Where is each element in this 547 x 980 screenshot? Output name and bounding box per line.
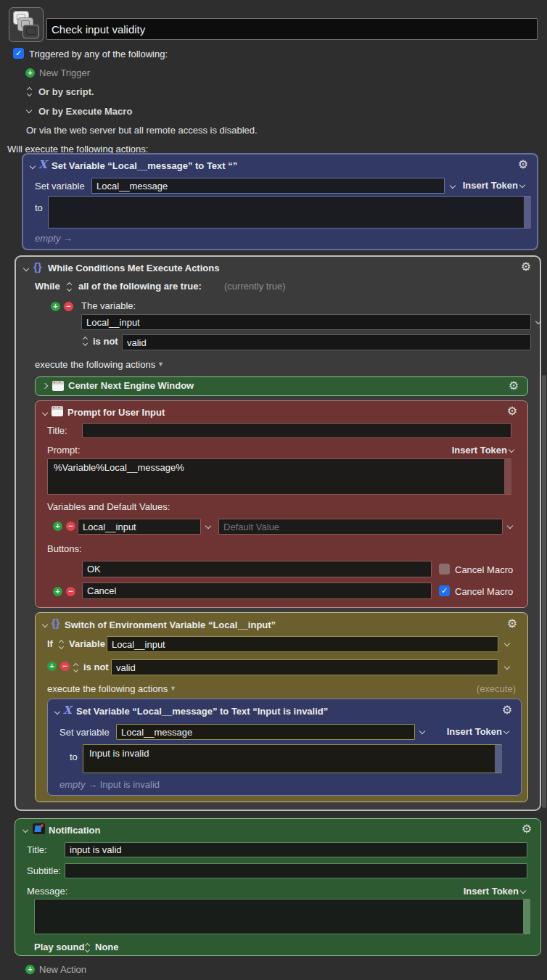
button1-input[interactable] bbox=[82, 561, 432, 577]
cancel-macro-label: Cancel Macro bbox=[455, 564, 513, 575]
prompt-text-textarea[interactable]: %Variable%Local__message% bbox=[47, 458, 511, 495]
variable-name-input[interactable] bbox=[91, 178, 445, 194]
case-value-input[interactable] bbox=[111, 659, 498, 675]
variable-value-textarea[interactable]: Input is invalid bbox=[83, 744, 502, 773]
chevron-down-icon[interactable] bbox=[205, 524, 212, 530]
cancel-macro-checkbox[interactable] bbox=[439, 564, 450, 575]
popup-arrows-icon[interactable] bbox=[85, 943, 91, 952]
add-condition-icon[interactable]: + bbox=[51, 302, 60, 311]
message-label: Message: bbox=[27, 886, 67, 897]
chevron-down-icon bbox=[507, 448, 516, 454]
chevron-down-icon[interactable] bbox=[535, 319, 542, 326]
trigger-or-by-execute-macro[interactable]: Or by Execute Macro bbox=[38, 106, 132, 117]
prompt-title-input[interactable] bbox=[82, 423, 511, 438]
to-label: to bbox=[35, 202, 43, 213]
triggered-checkbox[interactable]: ✓ bbox=[13, 48, 24, 59]
collapse-chevron-icon[interactable] bbox=[42, 411, 49, 417]
collapse-chevron-icon[interactable] bbox=[22, 828, 29, 834]
insert-token-button[interactable]: Insert Token bbox=[452, 445, 516, 456]
switch-variable-input[interactable] bbox=[107, 636, 498, 652]
arrow-right-icon: → bbox=[63, 233, 73, 244]
collapse-chevron-icon[interactable] bbox=[42, 622, 49, 629]
gear-icon[interactable]: ⚙ bbox=[521, 261, 531, 273]
execute-actions-label: execute the following actions bbox=[47, 683, 168, 694]
remove-case-icon[interactable]: − bbox=[60, 662, 70, 671]
operator-popup[interactable]: is not bbox=[93, 336, 118, 347]
remove-condition-icon[interactable]: − bbox=[64, 302, 73, 311]
subtitle-label: Subtitle: bbox=[27, 865, 61, 876]
prompt-variable-input[interactable] bbox=[78, 519, 201, 535]
textarea-scrollbar[interactable] bbox=[524, 197, 531, 228]
default-value-input[interactable] bbox=[218, 519, 503, 535]
add-button-icon[interactable]: + bbox=[53, 587, 62, 596]
chevron-down-icon[interactable] bbox=[504, 641, 511, 648]
insert-token-label: Insert Token bbox=[463, 180, 518, 191]
insert-token-button[interactable]: Insert Token bbox=[447, 726, 511, 737]
popup-arrows-icon[interactable] bbox=[67, 282, 73, 292]
chevron-down-icon[interactable] bbox=[450, 184, 456, 190]
variable-popup[interactable]: Variable bbox=[69, 638, 105, 649]
sound-popup[interactable]: None bbox=[95, 942, 119, 952]
variables-label: Variables and Default Values: bbox=[47, 501, 170, 512]
popup-arrows-icon[interactable] bbox=[59, 640, 65, 649]
gear-icon[interactable]: ⚙ bbox=[509, 380, 519, 392]
insert-token-button[interactable]: Insert Token bbox=[464, 886, 527, 897]
while-label: While bbox=[35, 281, 60, 292]
arrow-right-icon: → bbox=[88, 779, 97, 790]
popup-arrows-icon[interactable] bbox=[83, 337, 89, 346]
gear-icon[interactable]: ⚙ bbox=[502, 704, 512, 716]
operator-popup[interactable]: is not bbox=[83, 662, 109, 672]
action-set-variable-invalid: X Set Variable “Local__message” to Text … bbox=[47, 699, 522, 796]
new-action-label[interactable]: New Action bbox=[39, 964, 86, 975]
chevron-down-icon bbox=[518, 183, 527, 189]
chevron-down-icon[interactable] bbox=[504, 664, 511, 671]
remove-button-icon[interactable]: − bbox=[66, 587, 75, 596]
condition-label: The variable: bbox=[81, 300, 136, 311]
expand-chevron-icon[interactable] bbox=[43, 383, 49, 390]
add-case-icon[interactable]: + bbox=[47, 662, 57, 671]
collapse-chevron-icon[interactable] bbox=[54, 709, 61, 716]
notification-message-textarea[interactable] bbox=[34, 899, 530, 934]
chevron-down-icon[interactable] bbox=[507, 524, 514, 530]
disclosure-triangle-icon[interactable]: ▼ bbox=[157, 361, 164, 368]
new-trigger-label[interactable]: New Trigger bbox=[39, 67, 90, 78]
condition-value-input[interactable] bbox=[122, 334, 531, 350]
button2-input[interactable] bbox=[82, 582, 432, 599]
vertical-scrollbar[interactable] bbox=[542, 375, 546, 808]
window-icon bbox=[52, 406, 63, 416]
gear-icon[interactable]: ⚙ bbox=[522, 823, 532, 835]
collapse-chevron-icon[interactable] bbox=[23, 266, 30, 273]
control-flow-icon: {} bbox=[52, 617, 60, 628]
new-action-plus-icon[interactable]: + bbox=[25, 965, 35, 974]
add-variable-icon[interactable]: + bbox=[53, 522, 62, 531]
gear-icon[interactable]: ⚙ bbox=[518, 159, 528, 170]
condition-status: (currently true) bbox=[224, 281, 286, 292]
condition-mode-popup[interactable]: all of the following are true: bbox=[78, 281, 202, 292]
gear-icon[interactable]: ⚙ bbox=[507, 618, 517, 630]
set-variable-icon: X bbox=[38, 160, 47, 170]
key-icon bbox=[22, 25, 39, 38]
chevron-down-icon[interactable] bbox=[419, 729, 426, 736]
cancel-macro-checkbox[interactable]: ✓ bbox=[439, 585, 450, 596]
collapse-chevron-icon[interactable] bbox=[30, 164, 36, 170]
new-trigger-plus-icon[interactable]: + bbox=[25, 68, 35, 78]
empty-label: empty bbox=[35, 233, 60, 244]
gear-icon[interactable]: ⚙ bbox=[507, 405, 517, 417]
remove-variable-icon[interactable]: − bbox=[66, 522, 75, 531]
variable-name-input[interactable] bbox=[116, 724, 415, 740]
chevron-down-icon[interactable] bbox=[26, 108, 33, 115]
macro-name-input[interactable] bbox=[46, 18, 538, 40]
textarea-scrollbar[interactable] bbox=[495, 745, 502, 773]
popup-arrows-icon[interactable] bbox=[73, 663, 80, 672]
trigger-or-by-script[interactable]: Or by script. bbox=[38, 86, 94, 97]
notification-title-input[interactable] bbox=[65, 842, 527, 857]
textarea-scrollbar[interactable] bbox=[523, 899, 530, 934]
textarea-scrollbar[interactable] bbox=[504, 459, 511, 494]
condition-variable-input[interactable] bbox=[81, 314, 531, 330]
insert-token-button[interactable]: Insert Token bbox=[463, 180, 527, 191]
notification-subtitle-input[interactable] bbox=[65, 863, 527, 878]
chevron-down-icon bbox=[502, 729, 511, 736]
variable-value-textarea[interactable] bbox=[48, 196, 531, 228]
popup-arrows-icon[interactable] bbox=[27, 87, 33, 96]
disclosure-triangle-icon[interactable]: ▼ bbox=[170, 685, 176, 692]
